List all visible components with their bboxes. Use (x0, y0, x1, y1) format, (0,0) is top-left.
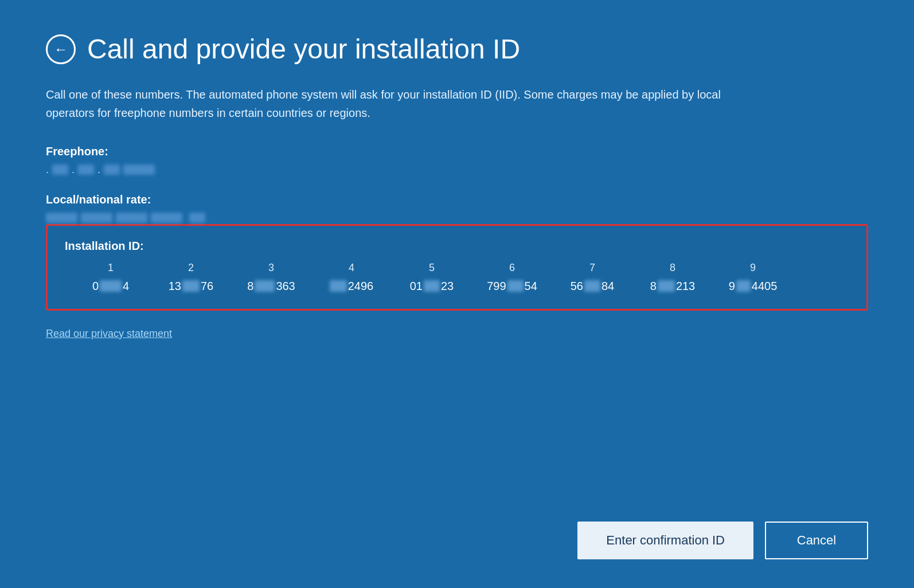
id-col-6: 6 (472, 262, 552, 274)
installation-id-label: Installation ID: (65, 240, 849, 253)
freephone-blur-1 (52, 164, 68, 175)
local-blur-1 (46, 213, 77, 223)
freephone-blur-2 (78, 164, 94, 175)
footer-buttons: Enter confirmation ID Cancel (46, 522, 868, 559)
id-segment-3: 8 363 (231, 280, 311, 293)
id-blur-6 (507, 280, 524, 292)
id-col-2: 2 (151, 262, 231, 274)
id-blur-7 (584, 280, 600, 292)
id-blur-5 (424, 280, 440, 292)
id-segment-8: 8 213 (632, 280, 713, 293)
freephone-blur-3 (104, 164, 120, 175)
privacy-link[interactable]: Read our privacy statement (46, 328, 868, 340)
local-blur-4 (151, 213, 182, 223)
id-segment-1: 0 4 (71, 280, 151, 293)
local-blur-5 (189, 213, 205, 223)
freephone-text-1: . (46, 164, 49, 176)
id-col-9: 9 (713, 262, 793, 274)
id-col-1: 1 (71, 262, 151, 274)
enter-confirmation-id-button[interactable]: Enter confirmation ID (577, 522, 753, 559)
page-container: ← Call and provide your installation ID … (0, 0, 914, 588)
id-col-3: 3 (231, 262, 311, 274)
local-rate-number (46, 212, 868, 224)
page-description: Call one of these numbers. The automated… (46, 85, 734, 122)
id-segment-2: 13 76 (151, 280, 231, 293)
id-blur-1 (100, 280, 122, 292)
page-title: Call and provide your installation ID (87, 34, 520, 65)
id-col-7: 7 (552, 262, 632, 274)
local-blur-2 (81, 213, 112, 223)
local-blur-3 (116, 213, 147, 223)
id-segment-5: 01 23 (392, 280, 472, 293)
id-blur-2 (182, 280, 200, 292)
id-blur-3 (255, 280, 275, 292)
id-blur-8 (658, 280, 675, 292)
id-segment-7: 56 84 (552, 280, 632, 293)
id-col-5: 5 (392, 262, 472, 274)
local-rate-section: Local/national rate: (46, 193, 868, 224)
id-segment-6: 799 54 (472, 280, 552, 293)
freephone-section: Freephone: . . . (46, 145, 868, 193)
freephone-number: . . . (46, 164, 868, 176)
id-col-8: 8 (632, 262, 713, 274)
id-segment-4: 2496 (311, 280, 392, 293)
cancel-button[interactable]: Cancel (765, 522, 868, 559)
local-rate-label: Local/national rate: (46, 193, 868, 206)
freephone-blur-4 (123, 164, 155, 175)
installation-id-box: Installation ID: 1 2 3 4 5 6 7 8 9 0 4 1… (46, 224, 868, 311)
freephone-text-2: . (72, 164, 75, 176)
header: ← Call and provide your installation ID (46, 34, 868, 65)
back-button[interactable]: ← (46, 34, 76, 64)
id-col-4: 4 (311, 262, 392, 274)
id-values-row: 0 4 13 76 8 363 2496 01 (65, 280, 849, 293)
id-segment-9: 9 4405 (713, 280, 793, 293)
id-column-numbers-row: 1 2 3 4 5 6 7 8 9 (65, 262, 849, 274)
id-blur-9 (736, 280, 751, 292)
freephone-text-3: . (97, 164, 100, 176)
back-arrow-icon: ← (54, 42, 68, 56)
freephone-label: Freephone: (46, 145, 868, 158)
id-blur-4 (330, 280, 347, 292)
